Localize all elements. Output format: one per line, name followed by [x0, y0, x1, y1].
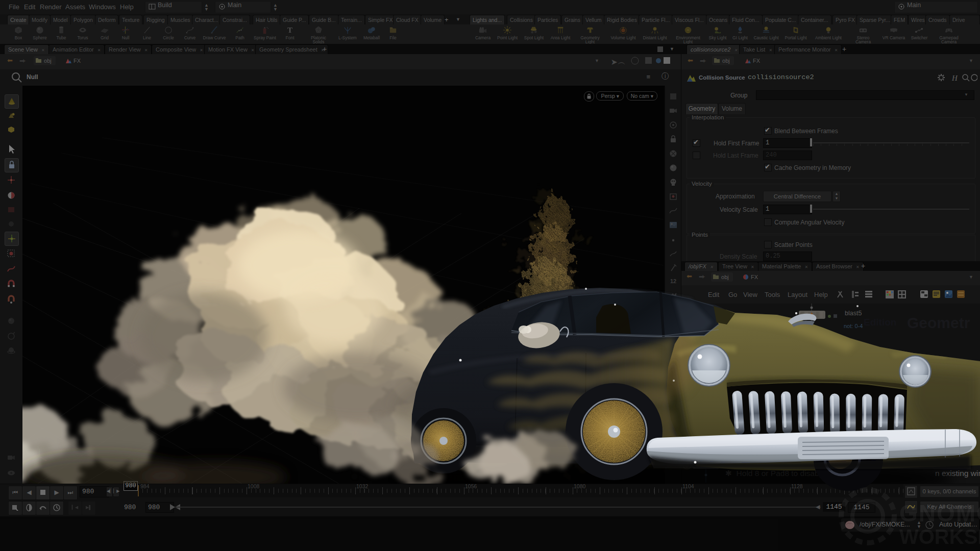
svg-text:y: y	[37, 445, 39, 449]
svg-text:12: 12	[670, 278, 676, 284]
svg-text:12: 12	[670, 305, 676, 311]
svg-text:T: T	[287, 26, 292, 34]
svg-text:H: H	[951, 74, 958, 82]
